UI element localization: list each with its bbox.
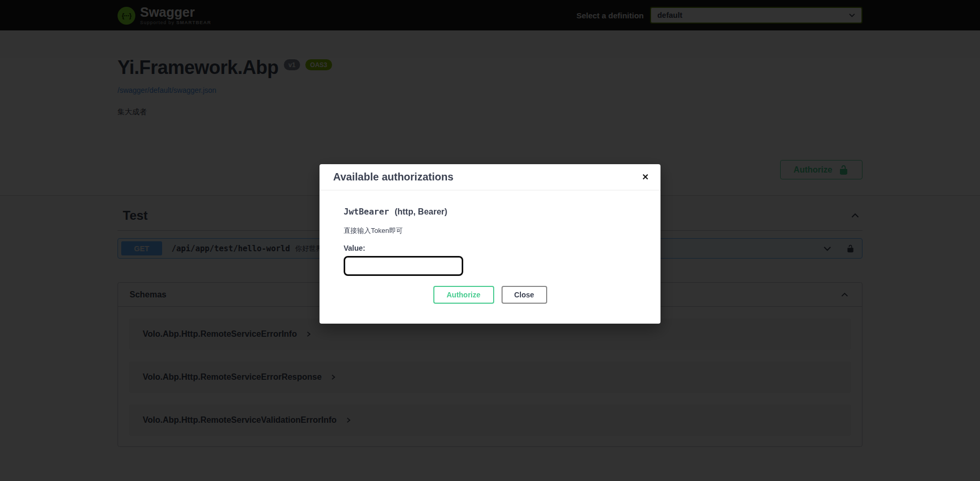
modal-header: Available authorizations ✕ bbox=[319, 164, 661, 190]
modal-authorize-button[interactable]: Authorize bbox=[433, 286, 494, 304]
auth-scheme-type: (http, Bearer) bbox=[395, 207, 447, 216]
token-value-input[interactable] bbox=[344, 256, 463, 276]
auth-scheme-name: JwtBearer bbox=[344, 207, 392, 217]
modal-close-button[interactable]: Close bbox=[502, 286, 547, 304]
auth-scheme-title: JwtBearer (http, Bearer) bbox=[344, 207, 636, 217]
auth-description: 直接输入Token即可 bbox=[344, 226, 636, 236]
close-icon[interactable]: ✕ bbox=[640, 171, 651, 184]
value-label: Value: bbox=[344, 244, 636, 252]
modal-body: JwtBearer (http, Bearer) 直接输入Token即可 Val… bbox=[319, 190, 661, 324]
modal-title: Available authorizations bbox=[333, 171, 453, 183]
authorizations-modal: Available authorizations ✕ JwtBearer (ht… bbox=[319, 164, 661, 324]
